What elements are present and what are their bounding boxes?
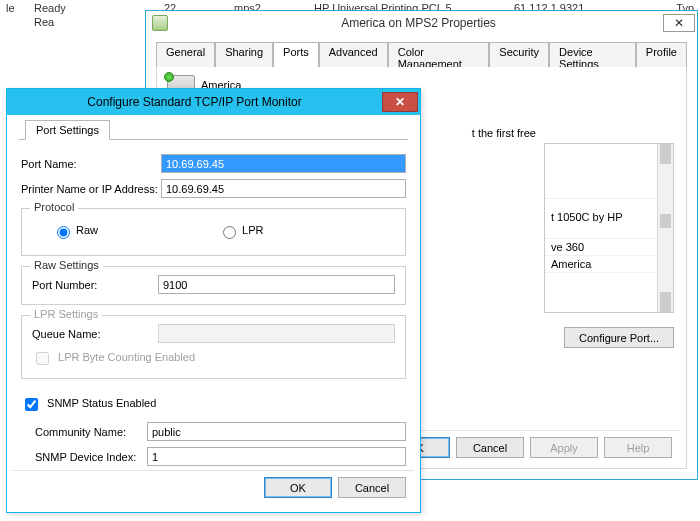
port-number-label: Port Number: xyxy=(32,279,158,291)
snmp-index-label: SNMP Device Index: xyxy=(21,451,147,463)
scroll-up-icon[interactable] xyxy=(660,144,671,164)
raw-radio-label: Raw xyxy=(76,224,98,236)
apply-button[interactable]: Apply xyxy=(530,437,598,458)
scroll-down-icon[interactable] xyxy=(660,292,671,312)
close-button[interactable]: ✕ xyxy=(663,14,695,32)
bg-cell: Rea xyxy=(28,15,158,29)
address-input[interactable] xyxy=(161,179,406,198)
lpr-byte-checkbox: LPR Byte Counting Enabled xyxy=(32,351,195,363)
protocol-group: Protocol Raw LPR xyxy=(21,208,406,256)
properties-title: America on MPS2 Properties xyxy=(174,16,663,30)
dialog-title: Configure Standard TCP/IP Port Monitor xyxy=(7,95,382,109)
raw-radio-input[interactable] xyxy=(57,226,70,239)
address-label: Printer Name or IP Address: xyxy=(21,183,161,195)
scroll-thumb[interactable] xyxy=(660,214,671,228)
tab-port-settings[interactable]: Port Settings xyxy=(25,120,110,140)
community-name-input[interactable] xyxy=(147,422,406,441)
hint-text: t the first free xyxy=(472,127,536,139)
raw-settings-group: Raw Settings Port Number: xyxy=(21,266,406,305)
snmp-enabled-checkbox[interactable]: SNMP Status Enabled xyxy=(21,397,156,409)
list-item[interactable]: America xyxy=(545,256,673,273)
cancel-button[interactable]: Cancel xyxy=(338,477,406,498)
ports-list[interactable]: t 1050C by HP ve 360 America xyxy=(544,143,674,313)
snmp-enabled-checkbox-input[interactable] xyxy=(25,398,38,411)
lpr-settings-group: LPR Settings Queue Name: LPR Byte Counti… xyxy=(21,315,406,379)
snmp-enabled-label: SNMP Status Enabled xyxy=(47,397,156,409)
community-name-label: Community Name: xyxy=(21,426,147,438)
list-item[interactable]: ve 360 xyxy=(545,239,673,256)
port-name-input[interactable] xyxy=(161,154,406,173)
lpr-radio-label: LPR xyxy=(242,224,263,236)
snmp-group: SNMP Status Enabled Community Name: SNMP… xyxy=(21,389,406,466)
lpr-radio-input[interactable] xyxy=(223,226,236,239)
lpr-byte-label: LPR Byte Counting Enabled xyxy=(58,351,195,363)
lpr-settings-title: LPR Settings xyxy=(30,308,102,320)
raw-radio[interactable]: Raw xyxy=(52,223,98,239)
snmp-index-input[interactable] xyxy=(147,447,406,466)
configure-port-dialog: Configure Standard TCP/IP Port Monitor ✕… xyxy=(6,88,421,513)
printer-icon xyxy=(152,15,168,31)
dialog-body: Port Name: Printer Name or IP Address: P… xyxy=(7,140,420,470)
queue-name-label: Queue Name: xyxy=(32,328,158,340)
port-number-input[interactable] xyxy=(158,275,395,294)
list-item[interactable] xyxy=(545,144,673,199)
queue-name-input xyxy=(158,324,395,343)
protocol-group-title: Protocol xyxy=(30,201,78,213)
ok-button[interactable]: OK xyxy=(264,477,332,498)
close-button[interactable]: ✕ xyxy=(382,92,418,112)
bg-cell: Ready xyxy=(28,1,158,15)
list-item[interactable]: t 1050C by HP xyxy=(545,199,673,239)
lpr-radio[interactable]: LPR xyxy=(218,223,263,239)
raw-settings-title: Raw Settings xyxy=(30,259,103,271)
port-name-label: Port Name: xyxy=(21,158,161,170)
help-button[interactable]: Help xyxy=(604,437,672,458)
configure-port-button[interactable]: Configure Port... xyxy=(564,327,674,348)
lpr-byte-checkbox-input xyxy=(36,352,49,365)
bg-cell: le xyxy=(0,1,28,15)
scrollbar[interactable] xyxy=(657,144,673,312)
cancel-button[interactable]: Cancel xyxy=(456,437,524,458)
dialog-titlebar[interactable]: Configure Standard TCP/IP Port Monitor ✕ xyxy=(7,89,420,115)
properties-titlebar[interactable]: America on MPS2 Properties ✕ xyxy=(146,11,697,35)
